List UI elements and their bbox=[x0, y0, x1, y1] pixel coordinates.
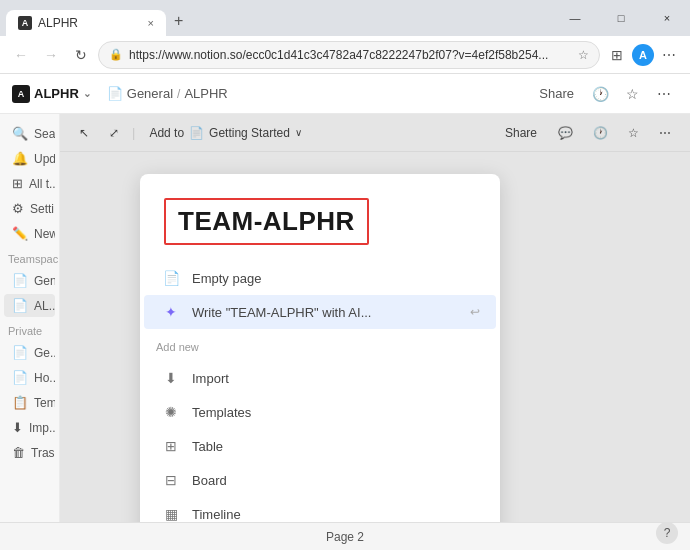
breadcrumb-separator: / bbox=[177, 87, 180, 101]
fav-icon[interactable]: ☆ bbox=[578, 48, 589, 62]
ai-write-item[interactable]: ✦ Write "TEAM-ALPHR" with AI... ↩ bbox=[144, 295, 496, 329]
workspace-icon: A bbox=[12, 85, 30, 103]
help-button[interactable]: ? bbox=[656, 522, 678, 544]
import-menu-icon: ⬇ bbox=[160, 367, 182, 389]
minimize-button[interactable]: — bbox=[552, 0, 598, 36]
sidebar-item-general[interactable]: 📄 Gen... bbox=[4, 269, 55, 292]
general-label: Gen... bbox=[34, 274, 55, 288]
private-gen-label: Ge... bbox=[34, 346, 55, 360]
sidebar-item-settings[interactable]: ⚙ Setti... bbox=[4, 197, 55, 220]
forward-button[interactable]: → bbox=[38, 42, 64, 68]
reload-button[interactable]: ↻ bbox=[68, 42, 94, 68]
empty-page-item[interactable]: 📄 Empty page bbox=[144, 261, 496, 295]
import-menu-label: Import bbox=[192, 371, 480, 386]
address-bar[interactable]: 🔒 https://www.notion.so/ecc0c1d41c3c4782… bbox=[98, 41, 600, 69]
browser-window: A ALPHR × + — □ × ← → ↻ 🔒 https://www.no… bbox=[0, 0, 690, 550]
alphr-label: AL... bbox=[34, 299, 55, 313]
add-new-label: Add new bbox=[140, 333, 500, 357]
status-bar: Page 2 ? bbox=[0, 522, 690, 550]
menu-section-top: 📄 Empty page ✦ Write "TEAM-ALPHR" with A… bbox=[140, 257, 500, 333]
templates-label: Tem... bbox=[34, 396, 55, 410]
board-menu-icon: ⊟ bbox=[160, 469, 182, 491]
ai-write-label: Write "TEAM-ALPHR" with AI... bbox=[192, 305, 460, 320]
page-title[interactable]: TEAM-ALPHR bbox=[164, 198, 369, 245]
table-menu-label: Table bbox=[192, 439, 480, 454]
ai-icon: ✦ bbox=[160, 301, 182, 323]
history-icon-btn[interactable]: 🕐 bbox=[586, 80, 614, 108]
sidebar-item-import[interactable]: ⬇ Imp... bbox=[4, 416, 55, 439]
window-controls: — □ × bbox=[552, 0, 690, 36]
updates-icon: 🔔 bbox=[12, 151, 28, 166]
sidebar-item-private-ho[interactable]: 📄 Ho... bbox=[4, 366, 55, 389]
import-label: Imp... bbox=[29, 421, 55, 435]
more-icon-btn[interactable]: ⋯ bbox=[650, 80, 678, 108]
import-item[interactable]: ⬇ Import bbox=[144, 361, 496, 395]
sidebar-item-new[interactable]: ✏️ New bbox=[4, 222, 55, 245]
sidebar-item-templates[interactable]: 📋 Tem... bbox=[4, 391, 55, 414]
sidebar-item-private-gen[interactable]: 📄 Ge... bbox=[4, 341, 55, 364]
settings-icon: ⚙ bbox=[12, 201, 24, 216]
templates-item[interactable]: ✺ Templates bbox=[144, 395, 496, 429]
menu-section-add-new: ⬇ Import ✺ Templates ⊞ Table ⊟ Board bbox=[140, 357, 500, 522]
sidebar-item-alphr[interactable]: 📄 AL... bbox=[4, 294, 55, 317]
general-icon: 📄 bbox=[12, 273, 28, 288]
nav-bar: ← → ↻ 🔒 https://www.notion.so/ecc0c1d41c… bbox=[0, 36, 690, 74]
workspace-name: ALPHR bbox=[34, 86, 79, 101]
templates-sidebar-icon: 📋 bbox=[12, 395, 28, 410]
ai-arrow-icon: ↩ bbox=[470, 305, 480, 319]
updates-label: Upd... bbox=[34, 152, 55, 166]
new-tab-button[interactable]: + bbox=[166, 6, 191, 36]
sidebar-item-trash[interactable]: 🗑 Tras... bbox=[4, 441, 55, 464]
star-icon-btn[interactable]: ☆ bbox=[618, 80, 646, 108]
notion-main: 🔍 Search 🔔 Upd... ⊞ All t... ⚙ Setti... … bbox=[0, 114, 690, 522]
teamspace-section: Teamspac... bbox=[0, 247, 59, 267]
new-icon: ✏️ bbox=[12, 226, 28, 241]
active-tab[interactable]: A ALPHR × bbox=[6, 10, 166, 36]
private-ho-icon: 📄 bbox=[12, 370, 28, 385]
new-label: New bbox=[34, 227, 55, 241]
browser-actions: ⊞ A ⋯ bbox=[604, 42, 682, 68]
close-button[interactable]: × bbox=[644, 0, 690, 36]
search-label: Search bbox=[34, 127, 55, 141]
templates-menu-label: Templates bbox=[192, 405, 480, 420]
breadcrumb-current[interactable]: ALPHR bbox=[184, 86, 227, 101]
url-text: https://www.notion.so/ecc0c1d41c3c4782a4… bbox=[129, 48, 572, 62]
more-button[interactable]: ⋯ bbox=[656, 42, 682, 68]
alphr-icon: 📄 bbox=[12, 298, 28, 313]
board-item[interactable]: ⊟ Board bbox=[144, 463, 496, 497]
page-icon: 📄 bbox=[107, 86, 123, 101]
tab-label: ALPHR bbox=[38, 16, 78, 30]
sidebar-item-search[interactable]: 🔍 Search bbox=[4, 122, 55, 145]
extensions-button[interactable]: ⊞ bbox=[604, 42, 630, 68]
all-icon: ⊞ bbox=[12, 176, 23, 191]
back-button[interactable]: ← bbox=[8, 42, 34, 68]
share-button[interactable]: Share bbox=[531, 82, 582, 105]
document-icon: 📄 bbox=[163, 270, 180, 286]
page-label: Page 2 bbox=[326, 530, 364, 544]
timeline-item[interactable]: ▦ Timeline bbox=[144, 497, 496, 522]
breadcrumb-parent-label: General bbox=[127, 86, 173, 101]
workspace-chevron: ⌄ bbox=[83, 88, 91, 99]
profile-button[interactable]: A bbox=[632, 44, 654, 66]
private-gen-icon: 📄 bbox=[12, 345, 28, 360]
private-section: Private bbox=[0, 319, 59, 339]
notion-top-icons: Share 🕐 ☆ ⋯ bbox=[531, 80, 678, 108]
breadcrumb-parent[interactable]: 📄 General bbox=[107, 86, 173, 101]
maximize-button[interactable]: □ bbox=[598, 0, 644, 36]
sidebar-item-all[interactable]: ⊞ All t... bbox=[4, 172, 55, 195]
templates-menu-icon: ✺ bbox=[160, 401, 182, 423]
page-title-area: TEAM-ALPHR bbox=[140, 174, 500, 257]
sidebar: 🔍 Search 🔔 Upd... ⊞ All t... ⚙ Setti... … bbox=[0, 114, 60, 522]
settings-label: Setti... bbox=[30, 202, 55, 216]
private-ho-label: Ho... bbox=[34, 371, 55, 385]
table-item[interactable]: ⊞ Table bbox=[144, 429, 496, 463]
content-area: ↖ ⤢ | Add to 📄 Getting Started ∨ Share bbox=[60, 114, 690, 522]
workspace-label[interactable]: A ALPHR ⌄ bbox=[12, 85, 91, 103]
sidebar-item-updates[interactable]: 🔔 Upd... bbox=[4, 147, 55, 170]
tab-favicon: A bbox=[18, 16, 32, 30]
search-icon: 🔍 bbox=[12, 126, 28, 141]
import-icon: ⬇ bbox=[12, 420, 23, 435]
notion-topbar: A ALPHR ⌄ 📄 General / ALPHR Share 🕐 ☆ ⋯ bbox=[0, 74, 690, 114]
timeline-menu-label: Timeline bbox=[192, 507, 480, 522]
tab-close-btn[interactable]: × bbox=[148, 17, 154, 29]
